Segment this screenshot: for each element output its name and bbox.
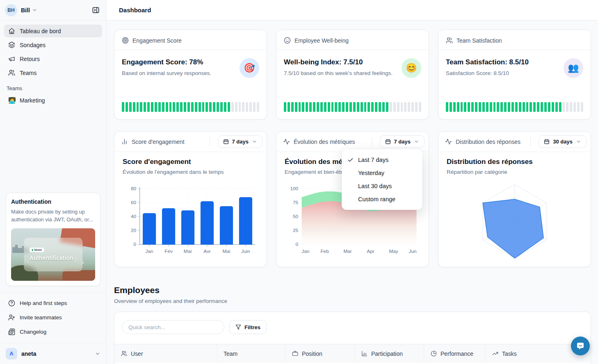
bar-chart-icon — [121, 138, 128, 145]
chart-card-header-label: Distribution des réponses — [456, 139, 520, 145]
kpi-description: Based on internal survey responses. — [122, 70, 259, 76]
svg-text:Apr: Apr — [367, 248, 374, 254]
user-menu[interactable]: Bill — [21, 7, 37, 14]
technologist-emoji-icon: 🧑‍💻 — [8, 97, 15, 104]
briefcase-icon — [292, 350, 298, 357]
kpi-card-header-label: Engagement Score — [132, 37, 182, 44]
kpi-card-engagement-score: Engagement Score Engagement Score: 78% B… — [114, 30, 267, 120]
chart-subtitle: Répartition par catégorie — [447, 169, 582, 175]
svg-text:May: May — [389, 248, 398, 254]
svg-text:Mai: Mai — [222, 248, 230, 254]
teams-list: 🧑‍💻 Marketing — [0, 94, 106, 108]
kpi-card-team-satisfaction: Team Satisfaction Team Satisfaction: 8.5… — [438, 30, 591, 120]
help-circle-icon — [8, 300, 15, 307]
sidebar-footer: Help and first steps Invite teammates Ch… — [0, 293, 106, 343]
promo-description: Make docs private by setting up authenti… — [11, 208, 95, 223]
sidebar-item-changelog[interactable]: Changelog — [4, 325, 102, 339]
news-badge: News — [30, 248, 44, 253]
calendar-icon — [544, 139, 550, 145]
svg-text:Jan: Jan — [302, 248, 310, 254]
kpi-card-header-label: Team Satisfaction — [456, 37, 502, 44]
calendar-icon — [223, 139, 229, 145]
filters-button[interactable]: Filtres — [229, 320, 267, 334]
sidebar-item-label: Changelog — [20, 329, 46, 335]
chart-subtitle: Évolution de l'engagement dans le temps — [123, 169, 258, 175]
kpi-value: Team Satisfaction: 8.5/10 — [446, 58, 583, 66]
promo-card-authentication[interactable]: Authentication Make docs private by sett… — [6, 193, 100, 286]
svg-text:Avr: Avr — [203, 248, 211, 254]
main-area: Dashboard Engagement Score Engagement Sc… — [107, 0, 598, 364]
column-header-participation[interactable]: Participation — [355, 344, 424, 363]
user-name: Bill — [21, 7, 30, 14]
satisfaction-progress-bar — [446, 102, 583, 112]
date-range-button[interactable]: 30 days — [539, 135, 587, 148]
svg-text:0: 0 — [296, 241, 299, 247]
kpi-card-employee-well-being: Employee Well-being Well-being Index: 7.… — [276, 30, 429, 120]
sidebar-item-dashboard[interactable]: Tableau de bord — [4, 25, 102, 37]
kpi-value: Engagement Score: 78% — [122, 58, 259, 66]
sidebar-item-feedback[interactable]: Retours — [4, 52, 102, 65]
activity-icon — [283, 138, 290, 145]
trending-up-icon — [492, 350, 498, 357]
chart-title: Distribution des réponses — [447, 158, 582, 166]
search-input[interactable] — [122, 320, 224, 334]
svg-text:60: 60 — [131, 200, 137, 205]
panel-collapse-icon — [92, 6, 100, 14]
layers-icon — [8, 41, 15, 48]
chart-card-header-label: Évolution des métriques — [294, 139, 355, 145]
sidebar-item-teams[interactable]: Teams — [4, 66, 102, 79]
chevron-down-icon — [95, 351, 100, 357]
svg-text:100: 100 — [290, 186, 298, 191]
promo-image: News Authentification — [11, 228, 95, 281]
sidebar-item-help[interactable]: Help and first steps — [4, 296, 102, 310]
pie-chart-icon — [431, 350, 437, 357]
distribution-radar-chart — [447, 178, 582, 263]
svg-text:75: 75 — [293, 200, 299, 205]
busts-emoji-badge: 👥 — [564, 58, 583, 78]
page-title: Dashboard — [119, 7, 151, 14]
check-icon — [347, 157, 358, 163]
sidebar-collapse-button[interactable] — [90, 5, 101, 16]
workspace-switcher[interactable]: A aneta — [0, 343, 106, 364]
employees-title: Employees — [114, 285, 591, 295]
column-header-performance[interactable]: Performance — [424, 344, 486, 363]
user-plus-icon — [8, 314, 15, 321]
chevron-down-icon — [32, 7, 37, 13]
menu-item-custom-range[interactable]: Custom range — [342, 193, 422, 206]
svg-text:Feb: Feb — [320, 248, 329, 254]
team-item-label: Marketing — [20, 97, 45, 104]
menu-item-yesterday[interactable]: Yesterday — [342, 166, 422, 180]
smile-emoji-badge: 😊 — [402, 58, 421, 78]
dart-emoji-badge: 🎯 — [240, 58, 259, 78]
sidebar-item-surveys[interactable]: Sondages — [4, 39, 102, 51]
menu-item-last-7-days[interactable]: Last 7 days — [342, 153, 422, 166]
date-range-button[interactable]: 7 days — [380, 135, 425, 148]
team-item-marketing[interactable]: 🧑‍💻 Marketing — [4, 94, 102, 107]
promo-image-caption: Authentification — [30, 255, 77, 262]
menu-item-last-30-days[interactable]: Last 30 days — [342, 180, 422, 193]
sidebar-nav: Tableau de bord Sondages Retours Teams — [0, 20, 106, 80]
users-icon — [446, 37, 453, 44]
chart-card-response-distribution: Distribution des réponses 30 days Distri… — [438, 131, 591, 267]
svg-text:20: 20 — [131, 228, 137, 233]
kpi-description: 7.5/10 based on this week's shared feeli… — [284, 70, 421, 76]
kpi-value: Well-being Index: 7.5/10 — [284, 58, 421, 66]
svg-text:Fév: Fév — [164, 248, 173, 254]
column-header-user[interactable]: User — [114, 344, 217, 363]
user-avatar[interactable]: BH — [5, 4, 17, 16]
sidebar-item-invite[interactable]: Invite teammates — [4, 311, 102, 324]
chat-launcher-button[interactable] — [571, 337, 590, 355]
svg-text:25: 25 — [293, 228, 299, 233]
employees-section: Employees Overview of employees and thei… — [114, 285, 591, 364]
workspace-name: aneta — [21, 350, 37, 357]
teams-section-label: Teams — [0, 80, 106, 94]
date-range-button[interactable]: 7 days — [218, 135, 262, 148]
column-header-team[interactable]: Team — [217, 344, 285, 363]
users-icon — [8, 69, 15, 76]
bar-chart-icon — [361, 350, 367, 357]
svg-text:Mar: Mar — [184, 248, 192, 254]
svg-text:Mar: Mar — [343, 248, 351, 254]
home-icon — [8, 27, 15, 34]
topbar: Dashboard — [107, 0, 598, 20]
column-header-position[interactable]: Position — [285, 344, 355, 363]
